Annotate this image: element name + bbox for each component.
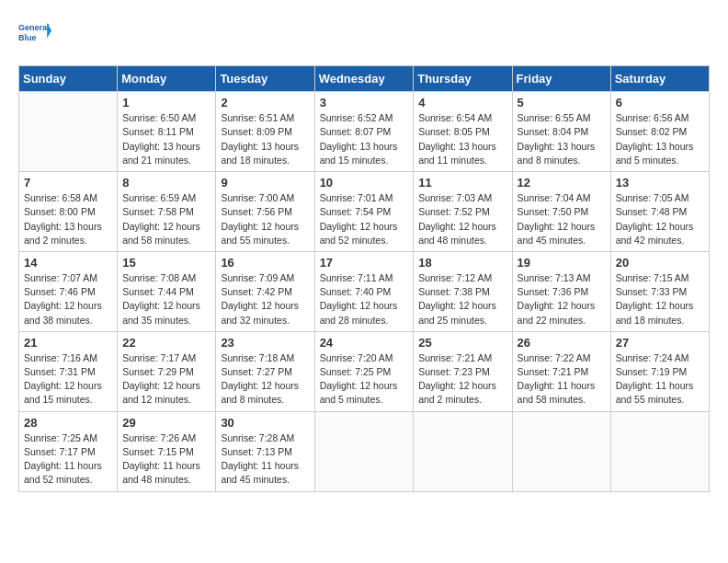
sunrise-text: Sunrise: 6:54 AM [418,112,492,123]
sunrise-text: Sunrise: 7:28 AM [221,432,294,443]
day-number: 13 [616,176,704,190]
day-number: 5 [518,96,606,109]
calendar-cell: 29Sunrise: 7:26 AMSunset: 7:15 PMDayligh… [118,411,216,491]
cell-content: Sunrise: 7:17 AMSunset: 7:29 PMDaylight:… [122,351,210,408]
sunset-text: Sunset: 7:31 PM [24,366,96,377]
daylight-text: Daylight: 11 hours and 48 minutes. [122,460,200,485]
logo-svg: General Blue [18,18,51,52]
calendar-cell: 4Sunrise: 6:54 AMSunset: 8:05 PMDaylight… [414,92,512,172]
sunrise-text: Sunrise: 7:21 AM [418,352,492,363]
sunrise-text: Sunrise: 7:00 AM [221,192,294,203]
header-cell-sunday: Sunday [19,66,118,92]
daylight-text: Daylight: 11 hours and 52 minutes. [24,460,102,485]
cell-content: Sunrise: 6:59 AMSunset: 7:58 PMDaylight:… [122,191,210,247]
day-number: 19 [518,256,606,270]
daylight-text: Daylight: 12 hours and 22 minutes. [518,300,596,325]
daylight-text: Daylight: 13 hours and 21 minutes. [122,141,200,166]
sunset-text: Sunset: 7:46 PM [24,286,96,297]
calendar-cell: 13Sunrise: 7:05 AMSunset: 7:48 PMDayligh… [610,172,709,252]
sunrise-text: Sunrise: 6:51 AM [221,112,294,123]
calendar-cell [314,411,414,491]
cell-content: Sunrise: 7:12 AMSunset: 7:38 PMDaylight:… [418,271,506,327]
calendar-cell: 23Sunrise: 7:18 AMSunset: 7:27 PMDayligh… [216,331,314,411]
sunset-text: Sunset: 8:02 PM [616,126,688,137]
day-number: 22 [122,336,210,350]
calendar-cell [512,411,610,491]
header-cell-monday: Monday [118,66,216,92]
day-number: 18 [418,256,506,270]
calendar-table: SundayMondayTuesdayWednesdayThursdayFrid… [18,65,710,491]
calendar-cell: 2Sunrise: 6:51 AMSunset: 8:09 PMDaylight… [216,92,314,172]
header-cell-wednesday: Wednesday [314,66,414,92]
sunset-text: Sunset: 7:36 PM [518,286,589,297]
header-cell-thursday: Thursday [414,66,512,92]
cell-content: Sunrise: 7:07 AMSunset: 7:46 PMDaylight:… [24,271,112,327]
calendar-cell: 8Sunrise: 6:59 AMSunset: 7:58 PMDaylight… [118,172,216,252]
svg-text:General: General [18,23,50,32]
calendar-cell: 12Sunrise: 7:04 AMSunset: 7:50 PMDayligh… [512,172,610,252]
sunrise-text: Sunrise: 7:24 AM [616,352,689,363]
cell-content: Sunrise: 6:51 AMSunset: 8:09 PMDaylight:… [221,111,309,167]
day-number: 30 [221,416,309,430]
sunset-text: Sunset: 7:58 PM [122,206,194,217]
sunset-text: Sunset: 7:54 PM [320,206,392,217]
daylight-text: Daylight: 13 hours and 2 minutes. [24,221,102,246]
sunset-text: Sunset: 7:13 PM [221,446,292,457]
sunrise-text: Sunrise: 7:13 AM [518,272,591,283]
sunrise-text: Sunrise: 7:03 AM [418,192,492,203]
sunrise-text: Sunrise: 7:22 AM [518,352,591,363]
daylight-text: Daylight: 12 hours and 45 minutes. [518,221,596,246]
calendar-body: 1Sunrise: 6:50 AMSunset: 8:11 PMDaylight… [19,92,710,491]
sunset-text: Sunset: 7:56 PM [221,206,292,217]
day-number: 14 [24,256,112,270]
daylight-text: Daylight: 13 hours and 8 minutes. [518,141,596,166]
sunrise-text: Sunrise: 7:15 AM [616,272,689,283]
daylight-text: Daylight: 12 hours and 42 minutes. [616,221,694,246]
calendar-cell: 21Sunrise: 7:16 AMSunset: 7:31 PMDayligh… [19,331,118,411]
cell-content: Sunrise: 7:20 AMSunset: 7:25 PMDaylight:… [320,351,409,408]
cell-content: Sunrise: 7:21 AMSunset: 7:23 PMDaylight:… [418,351,506,408]
sunset-text: Sunset: 7:15 PM [122,446,194,457]
sunset-text: Sunset: 7:40 PM [320,286,392,297]
sunrise-text: Sunrise: 6:55 AM [518,112,591,123]
sunset-text: Sunset: 7:25 PM [320,366,392,377]
cell-content: Sunrise: 7:11 AMSunset: 7:40 PMDaylight:… [320,271,409,327]
daylight-text: Daylight: 12 hours and 15 minutes. [24,380,102,405]
daylight-text: Daylight: 13 hours and 15 minutes. [320,141,398,166]
day-number: 3 [320,96,409,109]
daylight-text: Daylight: 12 hours and 32 minutes. [221,300,299,325]
day-number: 1 [122,96,210,109]
calendar-cell: 25Sunrise: 7:21 AMSunset: 7:23 PMDayligh… [414,331,512,411]
daylight-text: Daylight: 12 hours and 2 minutes. [418,380,496,405]
day-number: 21 [24,336,112,350]
cell-content: Sunrise: 7:24 AMSunset: 7:19 PMDaylight:… [616,351,704,408]
sunrise-text: Sunrise: 7:05 AM [616,192,689,203]
week-row-1: 1Sunrise: 6:50 AMSunset: 8:11 PMDaylight… [19,92,710,172]
calendar-cell: 10Sunrise: 7:01 AMSunset: 7:54 PMDayligh… [314,172,414,252]
calendar-cell: 6Sunrise: 6:56 AMSunset: 8:02 PMDaylight… [610,92,709,172]
day-number: 25 [418,336,506,350]
calendar-cell: 11Sunrise: 7:03 AMSunset: 7:52 PMDayligh… [414,172,512,252]
cell-content: Sunrise: 7:26 AMSunset: 7:15 PMDaylight:… [122,431,210,488]
logo: General Blue [18,18,57,56]
cell-content: Sunrise: 7:18 AMSunset: 7:27 PMDaylight:… [221,351,309,408]
week-row-3: 14Sunrise: 7:07 AMSunset: 7:46 PMDayligh… [19,251,710,331]
sunrise-text: Sunrise: 7:01 AM [320,192,393,203]
day-number: 6 [616,96,704,109]
calendar-cell: 19Sunrise: 7:13 AMSunset: 7:36 PMDayligh… [512,251,610,331]
calendar-cell: 28Sunrise: 7:25 AMSunset: 7:17 PMDayligh… [19,411,118,491]
sunrise-text: Sunrise: 6:52 AM [320,112,393,123]
calendar-cell: 7Sunrise: 6:58 AMSunset: 8:00 PMDaylight… [19,172,118,252]
cell-content: Sunrise: 6:56 AMSunset: 8:02 PMDaylight:… [616,111,704,167]
calendar-cell: 9Sunrise: 7:00 AMSunset: 7:56 PMDaylight… [216,172,314,252]
sunrise-text: Sunrise: 7:16 AM [24,352,97,363]
sunset-text: Sunset: 7:52 PM [418,206,490,217]
day-number: 4 [418,96,506,109]
sunset-text: Sunset: 8:09 PM [221,126,292,137]
day-number: 24 [320,336,409,350]
cell-content: Sunrise: 6:58 AMSunset: 8:00 PMDaylight:… [24,191,112,247]
cell-content: Sunrise: 7:04 AMSunset: 7:50 PMDaylight:… [518,191,606,247]
sunrise-text: Sunrise: 7:17 AM [122,352,196,363]
sunrise-text: Sunrise: 7:26 AM [122,432,196,443]
calendar-cell: 14Sunrise: 7:07 AMSunset: 7:46 PMDayligh… [19,251,118,331]
